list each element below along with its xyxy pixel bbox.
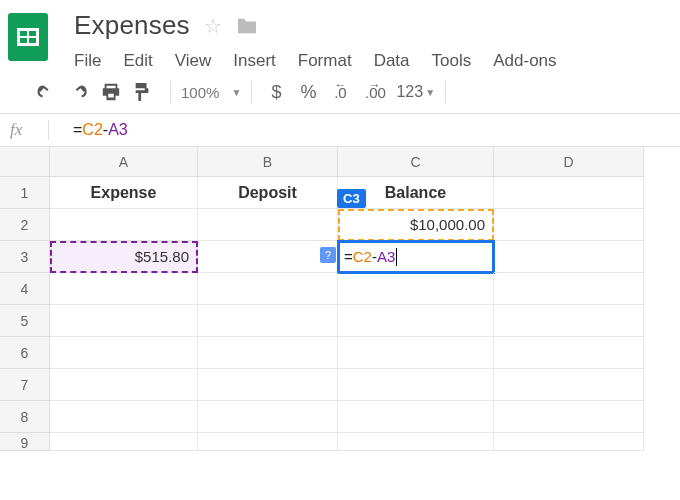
col-header-d[interactable]: D bbox=[494, 147, 644, 177]
cell-b1[interactable]: Deposit bbox=[198, 177, 338, 209]
menu-data[interactable]: Data bbox=[374, 51, 410, 71]
row-header-5[interactable]: 5 bbox=[0, 305, 50, 337]
select-all-corner[interactable] bbox=[0, 147, 50, 177]
menu-tools[interactable]: Tools bbox=[432, 51, 472, 71]
row-header-2[interactable]: 2 bbox=[0, 209, 50, 241]
cell-b5[interactable] bbox=[198, 305, 338, 337]
paint-format-icon[interactable] bbox=[132, 81, 160, 103]
toolbar-separator bbox=[251, 81, 252, 103]
formula-help-icon[interactable]: ? bbox=[320, 247, 336, 263]
header: Expenses ☆ File Edit View Insert Format … bbox=[0, 0, 680, 71]
cell-d9[interactable] bbox=[494, 433, 644, 451]
cell-b6[interactable] bbox=[198, 337, 338, 369]
row-header-6[interactable]: 6 bbox=[0, 337, 50, 369]
cell-b3[interactable] bbox=[198, 241, 338, 273]
undo-icon[interactable] bbox=[36, 84, 64, 100]
cell-d1[interactable] bbox=[494, 177, 644, 209]
sheets-logo bbox=[8, 8, 48, 62]
zoom-dropdown[interactable]: 100% ▼ bbox=[181, 84, 241, 101]
toolbar-separator bbox=[445, 81, 446, 103]
menu-file[interactable]: File bbox=[74, 51, 101, 71]
folder-icon[interactable] bbox=[236, 17, 258, 35]
cell-d3[interactable] bbox=[494, 241, 644, 273]
menu-addons[interactable]: Add-ons bbox=[493, 51, 556, 71]
toolbar-separator bbox=[170, 81, 171, 103]
cell-a9[interactable] bbox=[50, 433, 198, 451]
row-header-9[interactable]: 9 bbox=[0, 433, 50, 451]
cell-d6[interactable] bbox=[494, 337, 644, 369]
cell-a1[interactable]: Expense bbox=[50, 177, 198, 209]
cell-a6[interactable] bbox=[50, 337, 198, 369]
cell-d5[interactable] bbox=[494, 305, 644, 337]
cell-c2[interactable]: C3 $10,000.00 bbox=[338, 209, 494, 241]
formula-bar[interactable]: fx =C2-A3 bbox=[0, 114, 680, 147]
cell-a2[interactable] bbox=[50, 209, 198, 241]
cell-a4[interactable] bbox=[50, 273, 198, 305]
cell-c4[interactable] bbox=[338, 273, 494, 305]
menu-bar: File Edit View Insert Format Data Tools … bbox=[74, 41, 557, 71]
cell-d2[interactable] bbox=[494, 209, 644, 241]
fx-icon: fx bbox=[10, 120, 48, 140]
redo-icon[interactable] bbox=[68, 84, 96, 100]
decrease-decimal-button[interactable]: .0← bbox=[326, 84, 354, 101]
cell-ref-badge: C3 bbox=[337, 189, 366, 208]
star-icon[interactable]: ☆ bbox=[204, 14, 222, 38]
cell-a8[interactable] bbox=[50, 401, 198, 433]
print-icon[interactable] bbox=[100, 82, 128, 102]
format-currency-button[interactable]: $ bbox=[262, 82, 290, 103]
cell-b2[interactable] bbox=[198, 209, 338, 241]
cell-d4[interactable] bbox=[494, 273, 644, 305]
cell-d7[interactable] bbox=[494, 369, 644, 401]
cell-a3[interactable]: $515.80 bbox=[50, 241, 198, 273]
cell-c6[interactable] bbox=[338, 337, 494, 369]
cell-b7[interactable] bbox=[198, 369, 338, 401]
cell-c8[interactable] bbox=[338, 401, 494, 433]
col-header-a[interactable]: A bbox=[50, 147, 198, 177]
cell-b4[interactable] bbox=[198, 273, 338, 305]
col-header-b[interactable]: B bbox=[198, 147, 338, 177]
document-title[interactable]: Expenses bbox=[74, 10, 190, 41]
menu-insert[interactable]: Insert bbox=[233, 51, 276, 71]
toolbar: 100% ▼ $ % .0← .00→ 123▼ bbox=[0, 71, 680, 114]
cell-c7[interactable] bbox=[338, 369, 494, 401]
row-header-4[interactable]: 4 bbox=[0, 273, 50, 305]
increase-decimal-button[interactable]: .00→ bbox=[358, 84, 392, 101]
row-header-8[interactable]: 8 bbox=[0, 401, 50, 433]
row-header-1[interactable]: 1 bbox=[0, 177, 50, 209]
cell-c9[interactable] bbox=[338, 433, 494, 451]
cell-d8[interactable] bbox=[494, 401, 644, 433]
spreadsheet-grid: 1 2 3 4 5 6 7 8 9 A B C D Expense Deposi… bbox=[0, 147, 680, 451]
formula-content[interactable]: =C2-A3 bbox=[73, 121, 128, 139]
menu-edit[interactable]: Edit bbox=[123, 51, 152, 71]
more-formats-dropdown[interactable]: 123▼ bbox=[396, 83, 435, 101]
menu-view[interactable]: View bbox=[175, 51, 212, 71]
cell-c5[interactable] bbox=[338, 305, 494, 337]
col-header-c[interactable]: C bbox=[338, 147, 494, 177]
row-header-3[interactable]: 3 bbox=[0, 241, 50, 273]
cell-a7[interactable] bbox=[50, 369, 198, 401]
cell-a5[interactable] bbox=[50, 305, 198, 337]
menu-format[interactable]: Format bbox=[298, 51, 352, 71]
cell-b9[interactable] bbox=[198, 433, 338, 451]
cell-b8[interactable] bbox=[198, 401, 338, 433]
row-header-7[interactable]: 7 bbox=[0, 369, 50, 401]
cell-c3[interactable]: ? =C2-A3 bbox=[338, 241, 494, 273]
format-percent-button[interactable]: % bbox=[294, 82, 322, 103]
